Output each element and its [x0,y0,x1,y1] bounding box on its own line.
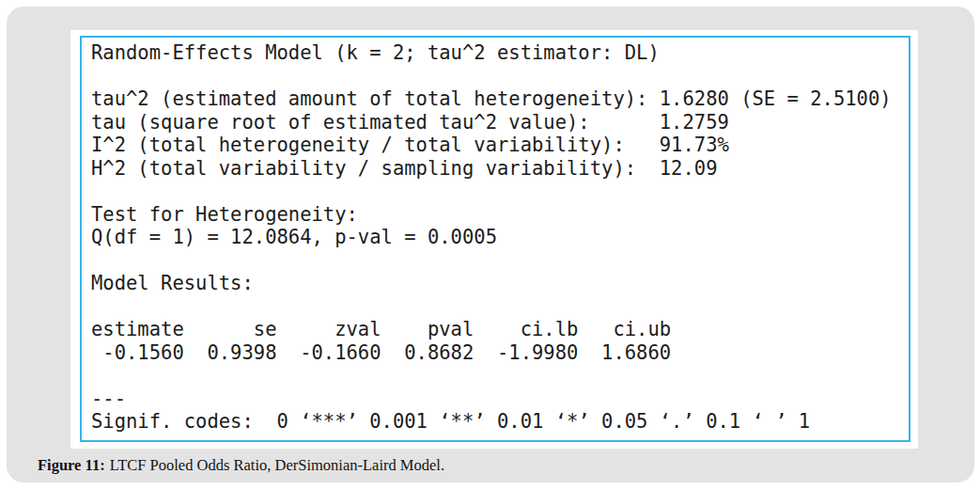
figure-caption: Figure 11:LTCF Pooled Odds Ratio, DerSim… [38,455,940,475]
page: Random-Effects Model (k = 2; tau^2 estim… [0,0,980,490]
figure-card: Random-Effects Model (k = 2; tau^2 estim… [7,7,974,482]
figure-caption-label: Figure 11: [38,456,105,474]
r-console-output: Random-Effects Model (k = 2; tau^2 estim… [80,36,910,442]
figure-caption-text: LTCF Pooled Odds Ratio, DerSimonian-Lair… [110,456,444,474]
